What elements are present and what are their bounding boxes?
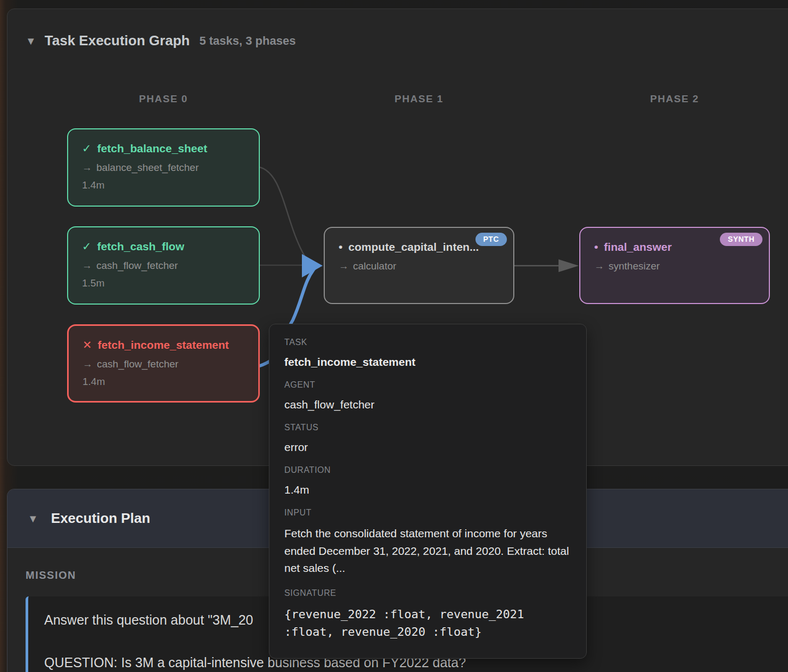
edge-balance-to-compute (260, 167, 306, 258)
tooltip-status-label: STATUS (284, 422, 571, 433)
tooltip-status-value: error (284, 440, 571, 454)
plan-panel-title: Execution Plan (51, 510, 150, 527)
arrow-right-icon: → (82, 260, 92, 271)
arrow-right-icon: → (82, 162, 92, 173)
task-node-compute-capital-intensity[interactable]: PTC • compute_capital_inten... →calculat… (324, 227, 514, 304)
task-node-title: fetch_income_statement (98, 339, 229, 351)
tooltip-task-label: TASK (284, 337, 571, 348)
tooltip-agent-label: AGENT (284, 380, 571, 391)
tooltip-signature-label: SIGNATURE (284, 588, 571, 599)
app-background: { "graph": { "collapse_icon": "▼", "titl… (0, 0, 788, 672)
task-node-agent: cash_flow_fetcher (96, 260, 178, 271)
task-node-agent: calculator (353, 260, 396, 272)
task-node-duration: 1.4m (83, 376, 248, 388)
task-node-title: fetch_balance_sheet (97, 142, 208, 155)
tooltip-task-value: fetch_income_statement (284, 355, 571, 369)
collapse-triangle-icon[interactable]: ▼ (28, 513, 38, 524)
synth-badge: SYNTH (720, 233, 762, 246)
ptc-badge: PTC (475, 233, 507, 246)
task-node-final-answer[interactable]: SYNTH • final_answer →synthesizer (579, 227, 770, 304)
arrow-right-icon: → (83, 358, 93, 370)
task-node-duration: 1.4m (82, 179, 248, 191)
tooltip-input-label: INPUT (284, 507, 571, 519)
check-icon: ✓ (82, 240, 92, 253)
task-node-agent: synthesizer (609, 260, 660, 272)
task-node-fetch-balance-sheet[interactable]: ✓ fetch_balance_sheet →balance_sheet_fet… (67, 128, 260, 207)
tooltip-duration-label: DURATION (284, 465, 571, 476)
arrow-right-icon: → (594, 260, 604, 272)
task-detail-tooltip: TASK fetch_income_statement AGENT cash_f… (269, 324, 587, 659)
task-node-agent: cash_flow_fetcher (97, 358, 178, 370)
task-node-title: final_answer (604, 241, 671, 253)
task-node-duration: 1.5m (82, 277, 248, 289)
tooltip-input-value: Fetch the consolidated statement of inco… (284, 525, 571, 577)
tooltip-agent-value: cash_flow_fetcher (284, 397, 571, 412)
gray-arrowhead-icon (559, 259, 579, 272)
dot-icon: • (339, 241, 342, 253)
arrow-right-icon: → (339, 260, 349, 272)
tooltip-signature-value: {revenue_2022 :float, revenue_2021 :floa… (284, 605, 571, 641)
x-icon: ✕ (83, 339, 92, 351)
check-icon: ✓ (82, 142, 92, 155)
task-node-agent: balance_sheet_fetcher (96, 162, 199, 173)
task-node-fetch-income-statement[interactable]: ✕ fetch_income_statement →cash_flow_fetc… (67, 324, 260, 403)
task-node-title: compute_capital_inten... (348, 241, 479, 253)
dot-icon: • (594, 241, 598, 253)
tooltip-duration-value: 1.4m (284, 482, 571, 497)
task-node-title: fetch_cash_flow (97, 240, 184, 253)
task-node-fetch-cash-flow[interactable]: ✓ fetch_cash_flow →cash_flow_fetcher 1.5… (67, 226, 260, 305)
